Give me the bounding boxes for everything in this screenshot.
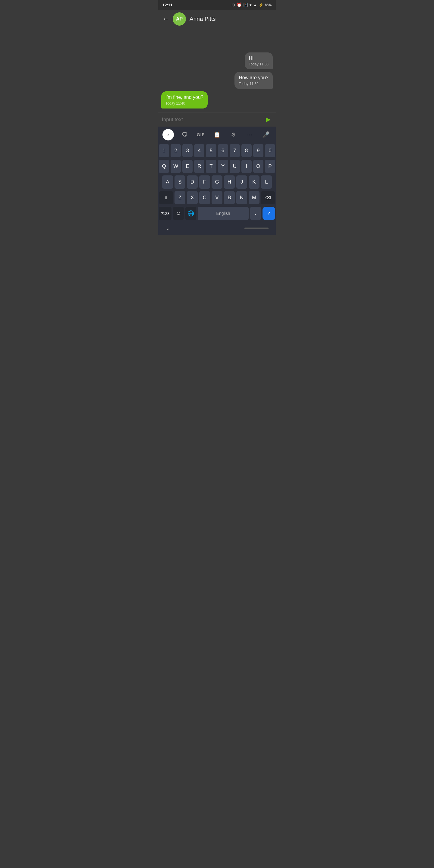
keyboard-key[interactable]: R xyxy=(194,160,204,173)
keyboard-key[interactable]: B xyxy=(224,191,235,204)
keyboard-key[interactable]: 2 xyxy=(170,144,181,157)
keyboard-key[interactable]: O xyxy=(253,160,264,173)
settings-button[interactable]: ⚙ xyxy=(227,129,239,141)
bottom-navigation-bar: ⌄ xyxy=(158,222,276,235)
keyboard-key[interactable]: ⌫ xyxy=(261,191,275,204)
bottom-row: ?123☺🌐English.✓ xyxy=(159,207,275,220)
keyboard-key[interactable]: L xyxy=(261,176,272,189)
message-row: I'm fine, and you?Today 11:40 xyxy=(161,91,273,108)
keyboard-key[interactable]: A xyxy=(162,176,173,189)
more-button[interactable]: ··· xyxy=(244,129,255,141)
status-icons: ⊙ ⏰ 📳 ▾ ▲ ⚡ 88% xyxy=(231,2,272,7)
message-bubble: HiToday 11:38 xyxy=(245,53,273,70)
keyboard-key[interactable]: J xyxy=(236,176,247,189)
keyboard-key[interactable]: D xyxy=(187,176,198,189)
keyboard-back-button[interactable]: ‹ xyxy=(162,129,174,141)
keyboard-key[interactable]: C xyxy=(199,191,210,204)
keyboard-key[interactable]: P xyxy=(265,160,275,173)
keyboard-key[interactable]: S xyxy=(175,176,185,189)
mic-button[interactable]: 🎤 xyxy=(260,129,272,141)
message-text: I'm fine, and you? xyxy=(165,94,204,101)
clipboard-button[interactable]: 📋 xyxy=(211,129,223,141)
keyboard-key[interactable]: F xyxy=(199,176,210,189)
message-text: How are you? xyxy=(239,75,269,81)
keyboard-key[interactable]: ☺ xyxy=(173,207,184,220)
home-pill[interactable] xyxy=(244,227,269,229)
message-row: How are you?Today 11:39 xyxy=(161,72,273,89)
keyboard-key[interactable]: H xyxy=(224,176,235,189)
message-bubble: How are you?Today 11:39 xyxy=(235,72,273,89)
keyboard-key[interactable]: 🌐 xyxy=(185,207,196,220)
keyboard-key[interactable]: U xyxy=(230,160,240,173)
asdf-row: ASDFGHJKL xyxy=(159,176,275,189)
sticker-button[interactable]: 🗨 xyxy=(179,129,190,141)
signal-icon: ▲ xyxy=(253,3,257,7)
message-text: Hi xyxy=(249,56,269,62)
gif-button[interactable]: GIF xyxy=(195,129,207,141)
keyboard-key[interactable]: N xyxy=(236,191,247,204)
keyboard-key[interactable]: M xyxy=(249,191,259,204)
keyboard-key[interactable]: K xyxy=(249,176,259,189)
message-time: Today 11:40 xyxy=(165,101,204,105)
status-time: 12:11 xyxy=(162,3,173,7)
message-row: HiToday 11:38 xyxy=(161,53,273,70)
number-row: 1234567890 xyxy=(159,144,275,157)
keyboard-hide-button[interactable]: ⌄ xyxy=(165,225,170,231)
alarm-icon: ⏰ xyxy=(237,2,242,7)
keyboard-key[interactable]: . xyxy=(250,207,261,220)
keyboard-key[interactable]: Q xyxy=(159,160,169,173)
keyboard-key[interactable]: 8 xyxy=(241,144,252,157)
keyboard-key[interactable]: 1 xyxy=(159,144,169,157)
keyboard-key[interactable]: W xyxy=(170,160,181,173)
contact-name[interactable]: Anna Pitts xyxy=(190,16,216,22)
qwerty-row: QWERTYUIOP xyxy=(159,160,275,173)
keyboard-key[interactable]: G xyxy=(212,176,222,189)
keyboard-key[interactable]: English xyxy=(198,207,249,220)
keyboard-key[interactable]: ?123 xyxy=(159,207,172,220)
keyboard-key[interactable]: Y xyxy=(218,160,228,173)
keyboard-key[interactable]: E xyxy=(182,160,193,173)
keyboard-key[interactable]: 7 xyxy=(230,144,240,157)
header: ← AP Anna Pitts xyxy=(158,10,276,28)
message-input[interactable] xyxy=(162,116,262,124)
keyboard-key[interactable]: Z xyxy=(175,191,185,204)
keyboard-key[interactable]: 6 xyxy=(218,144,228,157)
battery-icon: ⚡ xyxy=(258,3,264,7)
keyboard-key[interactable]: I xyxy=(241,160,252,173)
keyboard-key[interactable]: V xyxy=(212,191,222,204)
keyboard-key[interactable]: T xyxy=(206,160,216,173)
chat-area: HiToday 11:38How are you?Today 11:39I'm … xyxy=(158,28,276,112)
status-bar: 12:11 ⊙ ⏰ 📳 ▾ ▲ ⚡ 88% xyxy=(158,0,276,10)
vibrate-icon: 📳 xyxy=(243,3,248,7)
keyboard-key[interactable]: 5 xyxy=(206,144,216,157)
input-area: ► xyxy=(158,112,276,127)
back-button[interactable]: ← xyxy=(162,15,169,23)
keyboard-key[interactable]: X xyxy=(187,191,198,204)
keyboard-key[interactable]: 4 xyxy=(194,144,204,157)
keyboard: 1234567890 QWERTYUIOP ASDFGHJKL ⬆ZXCVBNM… xyxy=(158,143,276,222)
zxcv-row: ⬆ZXCVBNM⌫ xyxy=(159,191,275,204)
message-time: Today 11:39 xyxy=(239,82,269,86)
keyboard-key[interactable]: 3 xyxy=(182,144,193,157)
pocket-icon: ⊙ xyxy=(231,2,235,7)
wifi-icon: ▾ xyxy=(250,3,252,7)
keyboard-key[interactable]: ✓ xyxy=(262,207,275,220)
message-bubble: I'm fine, and you?Today 11:40 xyxy=(161,91,208,108)
send-button[interactable]: ► xyxy=(264,115,272,124)
avatar[interactable]: AP xyxy=(173,12,186,26)
keyboard-key[interactable]: 9 xyxy=(253,144,264,157)
keyboard-key[interactable]: ⬆ xyxy=(159,191,173,204)
message-time: Today 11:38 xyxy=(249,62,269,66)
battery-percent: 88% xyxy=(265,3,272,7)
keyboard-toolbar: ‹ 🗨 GIF 📋 ⚙ ··· 🎤 xyxy=(158,127,276,143)
keyboard-key[interactable]: 0 xyxy=(265,144,275,157)
